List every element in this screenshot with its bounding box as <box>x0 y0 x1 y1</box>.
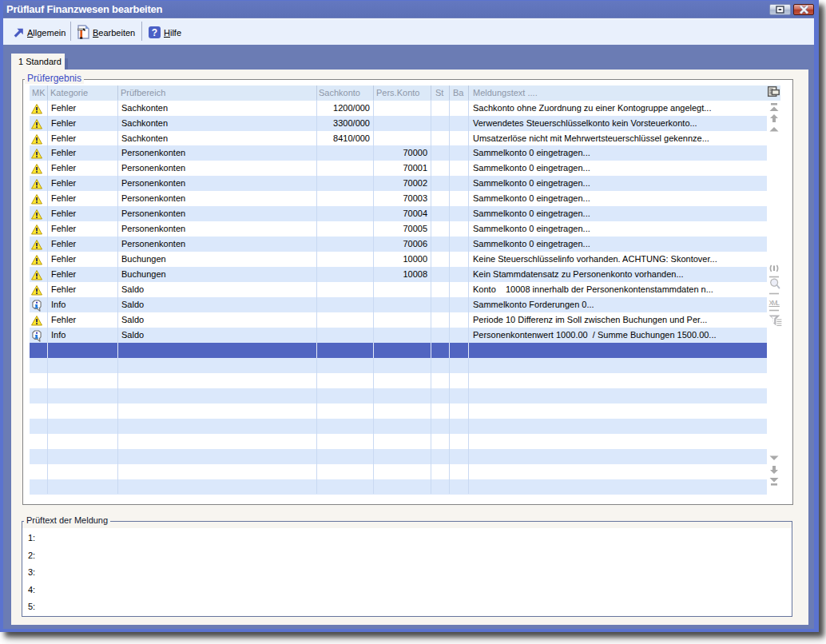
svg-text:?: ? <box>152 27 157 38</box>
svg-text:XML: XML <box>768 300 780 307</box>
